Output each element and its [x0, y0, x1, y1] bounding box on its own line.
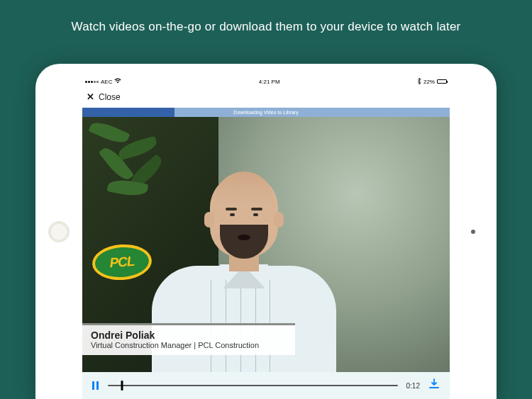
close-icon[interactable]: ✕ [87, 92, 94, 101]
device-screen: AEC 4:21 PM 22% ✕ Close Downloading Vide… [82, 77, 450, 399]
battery-icon [437, 79, 447, 84]
video-control-bar: 0:12 [82, 372, 450, 399]
speaker-name: Ondrei Poliak [91, 330, 287, 341]
elapsed-time: 0:12 [406, 382, 420, 390]
pause-button[interactable] [92, 380, 99, 392]
ipad-camera [471, 230, 475, 234]
pcl-logo: PCL [91, 242, 153, 282]
download-progress-bar: Downloading Video to Library [82, 108, 450, 117]
lower-third: Ondrei Poliak Virtual Construction Manag… [82, 323, 295, 355]
status-time: 4:21 PM [259, 79, 280, 85]
navigation-bar: ✕ Close [82, 86, 450, 108]
carrier-label: AEC [101, 79, 112, 85]
marketing-caption: Watch videos on-the-go or download them … [0, 0, 532, 34]
download-icon[interactable] [428, 378, 440, 393]
scrubber-playhead[interactable] [121, 381, 123, 390]
battery-percent: 22% [423, 79, 435, 85]
cell-signal-icon [85, 81, 99, 83]
wifi-icon [114, 78, 121, 85]
video-player[interactable]: PCL [82, 117, 450, 372]
speaker-title: Virtual Construction Manager | PCL Const… [91, 341, 287, 349]
ipad-home-button [48, 221, 70, 242]
svg-rect-0 [92, 381, 94, 390]
download-progress-label: Downloading Video to Library [82, 110, 450, 115]
ipad-frame: AEC 4:21 PM 22% ✕ Close Downloading Vide… [35, 64, 497, 399]
scrubber-track[interactable] [108, 385, 398, 386]
bluetooth-icon [417, 78, 421, 85]
svg-rect-1 [96, 381, 99, 390]
close-button[interactable]: Close [99, 92, 121, 102]
status-bar: AEC 4:21 PM 22% [82, 77, 450, 86]
